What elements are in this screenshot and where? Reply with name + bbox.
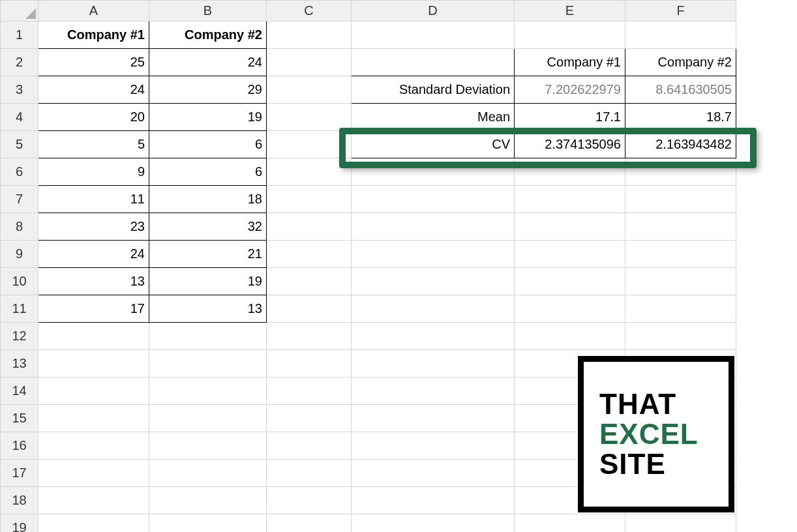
cell-C17[interactable]: [267, 460, 352, 487]
col-header-F[interactable]: F: [625, 1, 736, 22]
cell-C15[interactable]: [267, 405, 352, 432]
cell-A8[interactable]: 23: [38, 213, 149, 241]
cell-B19[interactable]: [149, 514, 267, 533]
row-header-17[interactable]: 17: [1, 460, 38, 487]
cell-D9[interactable]: [352, 241, 515, 268]
cell-C10[interactable]: [267, 268, 352, 295]
cell-C5[interactable]: [267, 131, 352, 158]
cell-B8[interactable]: 32: [149, 213, 267, 241]
cell-A2[interactable]: 25: [38, 49, 149, 76]
cell-B16[interactable]: [149, 432, 267, 460]
cell-F2[interactable]: Company #2: [625, 49, 736, 76]
cell-C9[interactable]: [267, 241, 352, 268]
row-10[interactable]: 10 13 19: [1, 268, 736, 295]
cell-E7[interactable]: [515, 186, 625, 213]
cell-B3[interactable]: 29: [149, 76, 267, 104]
row-header-11[interactable]: 11: [1, 295, 38, 323]
cell-F7[interactable]: [625, 186, 736, 213]
cell-E5[interactable]: 2.374135096: [515, 131, 625, 158]
cell-C6[interactable]: [267, 158, 352, 186]
row-header-5[interactable]: 5: [1, 131, 38, 158]
cell-D17[interactable]: [352, 460, 515, 487]
cell-A3[interactable]: 24: [38, 76, 149, 104]
cell-E4[interactable]: 17.1: [515, 104, 625, 131]
cell-B11[interactable]: 13: [149, 295, 267, 323]
row-19[interactable]: 19: [1, 514, 736, 533]
cell-F3[interactable]: 8.641630505: [625, 76, 736, 104]
cell-E2[interactable]: Company #1: [515, 49, 625, 76]
cell-C11[interactable]: [267, 295, 352, 323]
cell-E1[interactable]: [515, 22, 625, 49]
cell-F19[interactable]: [625, 514, 736, 533]
cell-C13[interactable]: [267, 350, 352, 377]
row-header-6[interactable]: 6: [1, 158, 38, 186]
cell-C19[interactable]: [267, 514, 352, 533]
cell-E10[interactable]: [515, 268, 625, 295]
cell-D14[interactable]: [352, 377, 515, 405]
cell-B17[interactable]: [149, 460, 267, 487]
cell-C3[interactable]: [267, 76, 352, 104]
row-header-12[interactable]: 12: [1, 323, 38, 350]
cell-B5[interactable]: 6: [149, 131, 267, 158]
cell-C1[interactable]: [267, 22, 352, 49]
cell-D15[interactable]: [352, 405, 515, 432]
row-header-15[interactable]: 15: [1, 405, 38, 432]
row-header-3[interactable]: 3: [1, 76, 38, 104]
cell-B1[interactable]: Company #2: [149, 22, 267, 49]
cell-A10[interactable]: 13: [38, 268, 149, 295]
cell-D11[interactable]: [352, 295, 515, 323]
col-header-D[interactable]: D: [352, 1, 515, 22]
row-header-7[interactable]: 7: [1, 186, 38, 213]
cell-C16[interactable]: [267, 432, 352, 460]
cell-A17[interactable]: [38, 460, 149, 487]
cell-D8[interactable]: [352, 213, 515, 241]
cell-D12[interactable]: [352, 323, 515, 350]
cell-C4[interactable]: [267, 104, 352, 131]
row-12[interactable]: 12: [1, 323, 736, 350]
cell-F9[interactable]: [625, 241, 736, 268]
row-8[interactable]: 8 23 32: [1, 213, 736, 241]
col-header-A[interactable]: A: [38, 1, 149, 22]
cell-C7[interactable]: [267, 186, 352, 213]
cell-A13[interactable]: [38, 350, 149, 377]
cell-B9[interactable]: 21: [149, 241, 267, 268]
cell-D1[interactable]: [352, 22, 515, 49]
cell-D16[interactable]: [352, 432, 515, 460]
cell-F4[interactable]: 18.7: [625, 104, 736, 131]
cell-C2[interactable]: [267, 49, 352, 76]
row-header-10[interactable]: 10: [1, 268, 38, 295]
cell-E3[interactable]: 7.202622979: [515, 76, 625, 104]
cell-D5[interactable]: CV: [352, 131, 515, 158]
row-1[interactable]: 1 Company #1 Company #2: [1, 22, 736, 49]
cell-F12[interactable]: [625, 323, 736, 350]
row-header-4[interactable]: 4: [1, 104, 38, 131]
row-2[interactable]: 2 25 24 Company #1 Company #2: [1, 49, 736, 76]
row-4[interactable]: 4 20 19 Mean 17.1 18.7: [1, 104, 736, 131]
cell-A15[interactable]: [38, 405, 149, 432]
cell-A18[interactable]: [38, 487, 149, 514]
row-header-19[interactable]: 19: [1, 514, 38, 533]
cell-E19[interactable]: [515, 514, 625, 533]
row-header-18[interactable]: 18: [1, 487, 38, 514]
cell-A9[interactable]: 24: [38, 241, 149, 268]
cell-C14[interactable]: [267, 377, 352, 405]
row-5[interactable]: 5 5 6 CV 2.374135096 2.163943482: [1, 131, 736, 158]
cell-B2[interactable]: 24: [149, 49, 267, 76]
cell-D3[interactable]: Standard Deviation: [352, 76, 515, 104]
row-6[interactable]: 6 9 6: [1, 158, 736, 186]
cell-B18[interactable]: [149, 487, 267, 514]
cell-E8[interactable]: [515, 213, 625, 241]
cell-A5[interactable]: 5: [38, 131, 149, 158]
cell-F10[interactable]: [625, 268, 736, 295]
row-header-2[interactable]: 2: [1, 49, 38, 76]
cell-E11[interactable]: [515, 295, 625, 323]
cell-B10[interactable]: 19: [149, 268, 267, 295]
cell-D13[interactable]: [352, 350, 515, 377]
cell-F8[interactable]: [625, 213, 736, 241]
cell-C18[interactable]: [267, 487, 352, 514]
cell-F11[interactable]: [625, 295, 736, 323]
row-9[interactable]: 9 24 21: [1, 241, 736, 268]
cell-A16[interactable]: [38, 432, 149, 460]
cell-D2[interactable]: [352, 49, 515, 76]
col-header-E[interactable]: E: [515, 1, 625, 22]
